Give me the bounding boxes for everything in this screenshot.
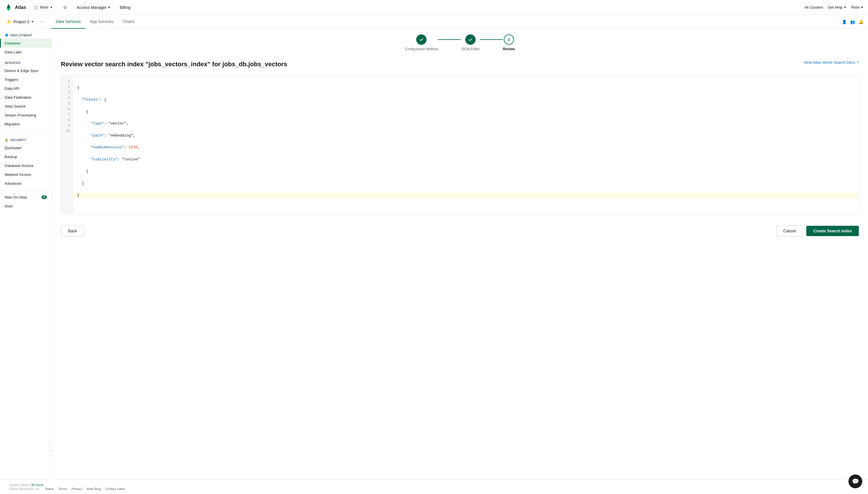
footer-privacy-link[interactable]: Privacy: [72, 487, 82, 491]
sub-nav-tabs: Data Services App Services Charts: [51, 15, 139, 29]
code-line-4: "type": "vector",: [77, 121, 854, 127]
sidebar-item-data-api[interactable]: Data API: [0, 84, 51, 93]
top-nav: Atlas 📋 Rishi ▼ ⚙ Access Manager ▼ Billi…: [0, 0, 868, 15]
sidebar-item-atlas-search[interactable]: Atlas Search: [0, 102, 51, 111]
status-value: All Good: [31, 483, 43, 487]
docs-link[interactable]: View Atlas Vector Search Docs ↗: [804, 60, 859, 64]
sidebar-item-device-edge-sync[interactable]: Device & Edge Sync: [0, 66, 51, 75]
sidebar-item-backup[interactable]: Backup: [0, 152, 51, 161]
new-badge: 9: [42, 195, 47, 199]
checkmark-icon-2: [467, 37, 473, 42]
sidebar-item-goto[interactable]: Goto: [0, 202, 51, 211]
folder-icon: 📁: [7, 19, 12, 24]
checkmark-icon: [419, 37, 424, 42]
sub-nav-icons: 👤 👥 🔔: [842, 19, 863, 24]
sidebar-item-new-on-atlas[interactable]: New On Atlas 9: [0, 193, 51, 202]
sidebar-item-migration[interactable]: Migration: [0, 120, 51, 129]
system-status: System Status: All Good: [9, 483, 859, 487]
nav-right: All Clusters Get Help ▼ Rishi ▼: [804, 5, 863, 10]
user-label: Rishi: [40, 5, 48, 10]
chevron-down-icon: ▼: [50, 6, 53, 9]
chat-icon: 💬: [852, 478, 859, 485]
footer-blog-link[interactable]: Atlas Blog: [87, 487, 101, 491]
chevron-down-icon: ▼: [108, 6, 111, 9]
code-body[interactable]: { "fields": [ { "type": "vector", "path"…: [73, 76, 858, 214]
code-content: 1 2 3 4 5 6 7 8 9 10 { "fields": [ { "ty…: [61, 76, 858, 214]
step-2-label: JSON Editor: [461, 47, 480, 51]
sidebar-item-data-federation[interactable]: Data Federation: [0, 93, 51, 102]
cancel-button[interactable]: Cancel: [776, 226, 803, 236]
step-connector-1: [438, 39, 461, 40]
logo: Atlas: [5, 3, 26, 12]
main-layout: 🔷 DEPLOYMENT Database Data Lake SERVICES…: [0, 29, 868, 479]
action-bar: Back Cancel Create Search Index: [61, 223, 859, 236]
dot-menu-button[interactable]: ⋯: [38, 18, 47, 26]
gear-icon: ⚙: [63, 5, 67, 10]
footer-terms-link[interactable]: Terms: [58, 487, 67, 491]
settings-button[interactable]: ⚙: [60, 3, 70, 12]
step-3-circle: 3: [504, 34, 514, 45]
sidebar-item-advanced[interactable]: Advanced: [0, 179, 51, 188]
create-search-index-button[interactable]: Create Search Index: [806, 226, 859, 236]
logo-text: Atlas: [15, 5, 26, 10]
external-link-icon: ↗: [856, 60, 859, 64]
deployment-section-label: 🔷 DEPLOYMENT: [0, 29, 51, 39]
step-2: JSON Editor: [461, 34, 480, 51]
svg-point-0: [419, 37, 424, 42]
code-line-5: "path": "embedding",: [77, 133, 854, 139]
tab-app-services[interactable]: App Services: [85, 15, 118, 29]
main-content: Configuration Method JSON Editor 3 Revie…: [52, 29, 868, 479]
step-2-circle: [465, 34, 476, 45]
sidebar-item-quickstart[interactable]: Quickstart: [0, 144, 51, 152]
chevron-down-icon: ▼: [844, 6, 847, 9]
step-3-label: Review: [503, 47, 515, 51]
stepper: Configuration Method JSON Editor 3 Revie…: [61, 34, 859, 51]
sidebar-collapse-button[interactable]: ‹: [48, 445, 52, 456]
footer: System Status: All Good ©2024 MongoDB, I…: [0, 479, 868, 494]
bell-icon[interactable]: 🔔: [858, 19, 863, 24]
back-button[interactable]: Back: [61, 226, 84, 236]
billing-link[interactable]: Billing: [117, 4, 133, 11]
chevron-down-icon: ▼: [861, 6, 863, 9]
sidebar-item-data-lake[interactable]: Data Lake: [0, 48, 51, 57]
sidebar: 🔷 DEPLOYMENT Database Data Lake SERVICES…: [0, 29, 52, 479]
chevron-down-icon: ▼: [31, 20, 34, 23]
all-clusters-link[interactable]: All Clusters: [804, 5, 823, 10]
step-1-label: Configuration Method: [405, 47, 438, 51]
sidebar-item-database[interactable]: Database: [0, 39, 51, 48]
footer-contact-link[interactable]: Contact Sales: [105, 487, 125, 491]
lock-icon: 🔒: [5, 138, 8, 142]
user-button[interactable]: 📋 Rishi ▼: [31, 4, 56, 11]
sidebar-item-triggers[interactable]: Triggers: [0, 75, 51, 84]
code-line-10: }: [73, 192, 858, 198]
footer-status-link[interactable]: Status: [45, 487, 54, 491]
atlas-logo-icon: [5, 3, 13, 12]
sub-nav: 📁 Project 0 ▼ ⋯ Data Services App Servic…: [0, 15, 868, 29]
sidebar-item-stream-processing[interactable]: Stream Processing: [0, 111, 51, 120]
project-selector[interactable]: 📁 Project 0 ▼: [5, 18, 36, 25]
code-line-1: {: [77, 85, 854, 91]
code-line-9: ]: [77, 180, 854, 187]
chat-fab-button[interactable]: 💬: [849, 475, 862, 488]
step-connector-2: [480, 39, 503, 40]
code-editor: 1 2 3 4 5 6 7 8 9 10 { "fields": [ { "ty…: [61, 75, 859, 214]
code-line-8: }: [77, 169, 854, 175]
get-help-link[interactable]: Get Help ▼: [828, 5, 847, 10]
users-icon[interactable]: 👥: [850, 19, 855, 24]
tab-charts[interactable]: Charts: [118, 15, 139, 29]
page-header: Review vector search index "jobs_vectors…: [61, 60, 859, 69]
step-3: 3 Review: [503, 34, 515, 51]
sidebar-item-database-access[interactable]: Database Access: [0, 161, 51, 170]
deployment-icon: 🔷: [5, 33, 8, 37]
code-line-3: {: [77, 109, 854, 115]
user-icon[interactable]: 👤: [842, 19, 847, 24]
user-right-link[interactable]: Rishi ▼: [851, 5, 863, 10]
access-manager-link[interactable]: Access Manager ▼: [74, 4, 113, 11]
svg-point-1: [467, 37, 473, 42]
services-section-label: SERVICES: [0, 57, 51, 66]
step-1: Configuration Method: [405, 34, 438, 51]
security-section-label: 🔒 SECURITY: [0, 133, 51, 144]
sidebar-item-network-access[interactable]: Network Access: [0, 170, 51, 179]
tab-data-services[interactable]: Data Services: [51, 15, 85, 29]
code-line-6: "numDimensions": 1536,: [77, 145, 854, 151]
